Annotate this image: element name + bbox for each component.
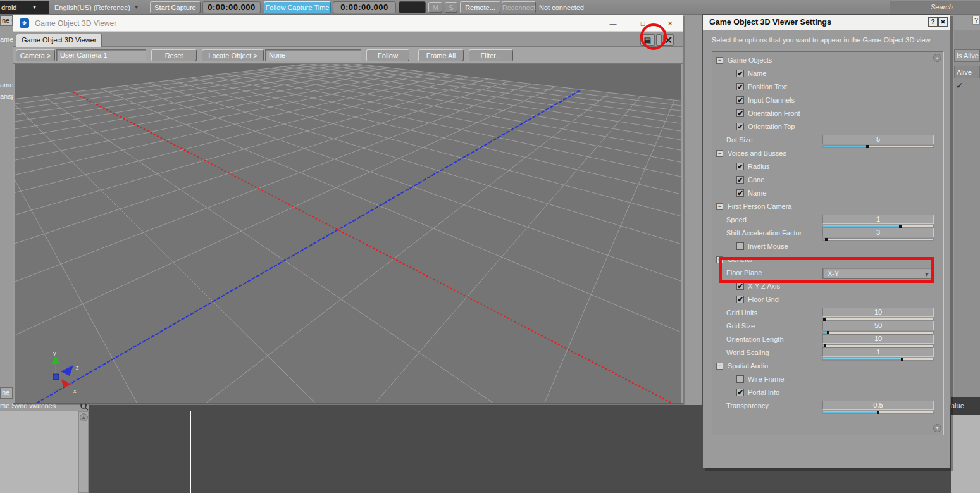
dialog-close-icon[interactable]: ✕ bbox=[938, 17, 948, 27]
tree-row-orientation-length: Orientation Length10 bbox=[712, 334, 943, 347]
collapse-icon[interactable]: − bbox=[716, 57, 723, 64]
locate-object-field[interactable]: None bbox=[265, 49, 361, 61]
tree-row-name: ✔Name bbox=[712, 187, 943, 201]
speed-value[interactable]: 1 bbox=[822, 215, 934, 224]
grid-units-value[interactable]: 10 bbox=[822, 308, 934, 317]
input-channels-checkbox[interactable]: ✔ bbox=[736, 96, 744, 104]
name-checkbox[interactable]: ✔ bbox=[736, 70, 744, 77]
tree-row-name: ✔Name bbox=[712, 68, 943, 81]
grid-size-label: Grid Size bbox=[726, 322, 755, 330]
capture-time-display: 0:00:00.000 bbox=[202, 1, 261, 13]
dot-size-value[interactable]: 5 bbox=[822, 135, 934, 144]
x-y-z-axis-label: X-Y-Z Axis bbox=[748, 282, 780, 290]
tree-row-input-channels: ✔Input Channels bbox=[712, 94, 943, 108]
collapse-icon[interactable]: − bbox=[716, 203, 723, 210]
orientation-length-value[interactable]: 10 bbox=[822, 334, 934, 344]
tab-strip: Game Object 3D Viewer ▦ ✕ bbox=[13, 32, 683, 47]
world-scaling-value[interactable]: 1 bbox=[822, 347, 934, 357]
transparency-thumb[interactable] bbox=[877, 411, 879, 414]
alive-cell[interactable]: Alive bbox=[954, 66, 980, 78]
background-help-button-fragment: ? bbox=[972, 16, 980, 25]
game-objects-label: Game Objects bbox=[728, 56, 772, 64]
tree-row-wire-frame: Wire Frame bbox=[712, 373, 943, 387]
portal-info-checkbox[interactable]: ✔ bbox=[736, 389, 744, 396]
follow-button[interactable]: Follow bbox=[366, 49, 409, 61]
3d-viewport[interactable]: y z x bbox=[15, 64, 681, 403]
dialog-title: Game Object 3D Viewer Settings bbox=[709, 18, 831, 27]
app-toolbar: droid ▼ English(US) (Reference) ▼ Start … bbox=[0, 0, 980, 15]
alive-cell-label: Alive bbox=[957, 68, 972, 76]
mute-button[interactable]: M bbox=[428, 2, 442, 13]
follow-capture-time-button[interactable]: Follow Capture Time bbox=[264, 1, 331, 13]
value-column-header-fragment: alue bbox=[951, 397, 980, 415]
dot-size-label: Dot Size bbox=[726, 136, 753, 144]
tree-row-invert-mouse: Invert Mouse bbox=[712, 240, 943, 254]
playhead-cursor[interactable] bbox=[190, 411, 191, 493]
speed-label: Speed bbox=[726, 216, 747, 223]
help-button[interactable]: ? bbox=[928, 17, 938, 27]
axis-gizmo: y z x bbox=[34, 349, 97, 396]
viewer-settings-dialog: Game Object 3D Viewer Settings ? ✕ Selec… bbox=[702, 14, 950, 468]
floor-grid-checkbox[interactable]: ✔ bbox=[736, 296, 744, 303]
connection-status: Not connected bbox=[539, 1, 596, 14]
screen: droid ▼ English(US) (Reference) ▼ Start … bbox=[0, 0, 980, 493]
voices-and-busses-label: Voices and Busses bbox=[728, 149, 786, 157]
search-input[interactable]: Search bbox=[890, 1, 980, 14]
minimize-button[interactable]: — bbox=[604, 17, 622, 30]
alive-checkmark: ✓ bbox=[954, 80, 980, 93]
camera-menu-button[interactable]: Camera > bbox=[16, 49, 55, 61]
name-label: Name bbox=[748, 70, 766, 77]
invert-mouse-label: Invert Mouse bbox=[748, 242, 788, 250]
grid-size-value[interactable]: 50 bbox=[822, 321, 934, 330]
scroll-down-icon[interactable]: ▼ bbox=[933, 424, 941, 432]
settings-tree: ▲ ▼ −Game Objects✔Name✔Position Text✔Inp… bbox=[712, 51, 944, 435]
dialog-titlebar[interactable]: Game Object 3D Viewer Settings ? ✕ bbox=[703, 15, 950, 30]
tree-row-world-scaling: World Scaling1 bbox=[712, 347, 943, 360]
collapse-icon[interactable]: − bbox=[716, 150, 723, 157]
background-label-fragment: ame bbox=[0, 81, 13, 89]
cone-checkbox[interactable]: ✔ bbox=[736, 176, 744, 184]
x-y-z-axis-checkbox[interactable]: ✔ bbox=[736, 282, 744, 290]
filter-button[interactable]: Filter... bbox=[469, 49, 513, 61]
language-selector[interactable]: English(US) (Reference) ▼ bbox=[54, 1, 149, 14]
shift-acceleration-factor-value[interactable]: 3 bbox=[822, 228, 934, 237]
transparency-track[interactable] bbox=[822, 411, 934, 414]
background-right-panel: Is Alive Alive ✓ bbox=[954, 30, 980, 397]
transparency-value[interactable]: 0.5 bbox=[822, 401, 934, 410]
grid-units-label: Grid Units bbox=[726, 309, 757, 316]
orientation-length-slider: 10 bbox=[822, 334, 934, 347]
tree-row-portal-info: ✔Portal Info bbox=[712, 387, 943, 400]
orientation-front-checkbox[interactable]: ✔ bbox=[736, 109, 744, 117]
tab-game-object-3d-viewer[interactable]: Game Object 3D Viewer bbox=[16, 34, 102, 47]
radius-checkbox[interactable]: ✔ bbox=[736, 163, 744, 170]
start-capture-button[interactable]: Start Capture bbox=[150, 1, 201, 13]
tree-row-cone: ✔Cone bbox=[712, 174, 943, 187]
grid-size-slider: 50 bbox=[822, 321, 934, 334]
tree-row-spatial-audio: −Spatial Audio bbox=[712, 360, 943, 373]
locate-object-button[interactable]: Locate Object > bbox=[202, 49, 264, 61]
orientation-top-label: Orientation Top bbox=[748, 123, 795, 130]
position-text-checkbox[interactable]: ✔ bbox=[736, 83, 744, 90]
scroll-up-icon[interactable]: ▲ bbox=[80, 413, 88, 421]
platform-selector[interactable]: droid ▼ bbox=[0, 1, 49, 14]
orientation-top-checkbox[interactable]: ✔ bbox=[736, 123, 744, 130]
window-titlebar[interactable]: ❖ Game Object 3D Viewer — □ ✕ bbox=[13, 15, 683, 32]
remote-button[interactable]: Remote... bbox=[460, 1, 500, 13]
tree-row-grid-units: Grid Units10 bbox=[712, 307, 943, 320]
tree-row-dot-size: Dot Size5 bbox=[712, 134, 943, 147]
vertical-scrollbar[interactable]: ▲ bbox=[78, 411, 89, 493]
name-checkbox[interactable]: ✔ bbox=[736, 189, 744, 197]
frame-all-button[interactable]: Frame All bbox=[418, 49, 464, 61]
wire-frame-checkbox[interactable] bbox=[736, 375, 744, 383]
chevron-down-icon: ▼ bbox=[32, 4, 37, 10]
wwise-app-icon: ❖ bbox=[20, 18, 29, 28]
shift-acceleration-factor-label: Shift Acceleration Factor bbox=[726, 229, 802, 237]
camera-name-field[interactable]: User Camera 1 bbox=[56, 49, 146, 61]
tree-row-first-person-camera: −First Person Camera bbox=[712, 201, 943, 214]
viewer-toolbar: Camera > User Camera 1 Reset Locate Obje… bbox=[13, 47, 683, 64]
invert-mouse-checkbox[interactable] bbox=[736, 242, 744, 250]
reconnect-button[interactable]: Reconnect bbox=[502, 1, 536, 13]
solo-button[interactable]: S bbox=[445, 2, 457, 13]
reset-button[interactable]: Reset bbox=[151, 49, 197, 61]
collapse-icon[interactable]: − bbox=[716, 363, 723, 370]
